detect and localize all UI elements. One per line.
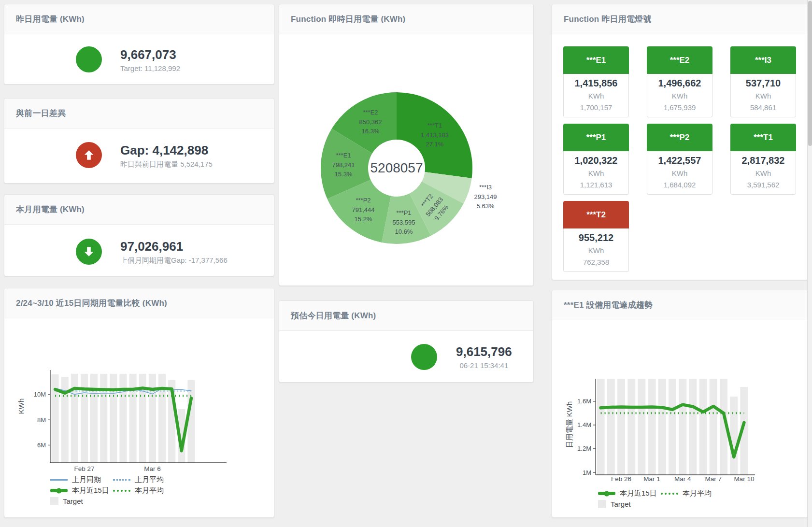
- stat-value: 9,615,796: [456, 344, 512, 359]
- card-15day-compare-chart: 2/24~3/10 近15日同期用電量比較 (KWh) 6M8M10MFeb 2…: [4, 288, 274, 518]
- compare-chart-legend: 上月同期上月平均本月近15日本月平均Target: [50, 475, 164, 507]
- target-bar: [149, 374, 156, 463]
- tile-target: 1,675,939: [647, 102, 712, 113]
- target-bar: [129, 374, 137, 463]
- card-title: Function 昨日用電燈號: [564, 14, 651, 25]
- tile-header: ***P2: [647, 124, 712, 151]
- target-bar: [617, 379, 625, 475]
- target-bar: [730, 397, 738, 475]
- scrollbar-thumb[interactable]: [808, 1, 812, 146]
- tile-body: 2,817,832KWh3,591,562: [730, 151, 796, 195]
- target-bar: [52, 374, 59, 463]
- y-tick-label: 1M: [583, 469, 591, 476]
- tile-body: 1,020,322KWh1,121,613: [563, 151, 629, 195]
- x-tick-label: Mar 4: [674, 475, 691, 483]
- stat-sub: 昨日與前日用電量 5,524,175: [120, 158, 213, 170]
- tile-unit: KWh: [731, 90, 796, 102]
- tile-value: 1,415,856: [564, 77, 628, 90]
- legend-item[interactable]: 上月同期: [50, 475, 113, 484]
- legend-item[interactable]: Target: [50, 497, 113, 505]
- trend-line-chart: 1M1.2M1.4M1.6MFeb 26Mar 1Mar 4Mar 7Mar 1…: [552, 320, 807, 487]
- target-bar: [689, 379, 697, 475]
- tile-header: ***P1: [563, 124, 629, 151]
- arrow-up-icon: [83, 149, 95, 161]
- y-axis-title: 日用電量 KWh: [565, 401, 573, 448]
- arrow-down-circle-icon: [76, 239, 102, 265]
- legend-item[interactable]: 本月近15日: [598, 489, 661, 498]
- legend-item[interactable]: 本月平均: [661, 489, 712, 498]
- tile-header: ***I3: [730, 46, 796, 74]
- target-bar: [648, 379, 656, 475]
- legend-label: Target: [63, 497, 83, 505]
- status-tile-***I3: ***I3537,710KWh584,861: [730, 46, 796, 117]
- x-tick-label: Feb 26: [611, 475, 631, 483]
- target-bar: [679, 379, 686, 475]
- y-tick-label: 1.2M: [577, 445, 591, 452]
- arrow-up-circle-icon: [76, 142, 102, 168]
- tile-unit: KWh: [647, 167, 712, 179]
- trend-chart-legend: 本月近15日本月平均Target: [598, 488, 712, 510]
- tile-target: 1,121,613: [564, 179, 628, 190]
- target-bar: [110, 374, 117, 463]
- tile-unit: KWh: [564, 167, 628, 179]
- stat-value: 97,026,961: [120, 239, 228, 254]
- stat-block: 9,615,796 06-21 15:34:41: [456, 344, 512, 371]
- tile-target: 3,591,562: [731, 179, 796, 190]
- legend-label: 本月近15日: [620, 489, 657, 498]
- legend-item[interactable]: Target: [598, 500, 661, 508]
- target-bar: [710, 379, 717, 475]
- card-realtime-donut: Function 即時日用電量 (KWh) ***T11,413,18327.1…: [279, 4, 534, 286]
- tile-target: 1,684,092: [647, 179, 712, 190]
- legend-label: 本月近15日: [72, 486, 109, 495]
- card-title: 2/24~3/10 近15日同期用電量比較 (KWh): [16, 298, 167, 309]
- status-tile-***E1: ***E11,415,856KWh1,700,157: [563, 46, 629, 117]
- tile-body: 1,422,557KWh1,684,092: [647, 151, 712, 195]
- card-header: Function 即時日用電量 (KWh): [279, 4, 533, 34]
- donut-chart: [279, 34, 532, 285]
- tile-body: 955,212KWh762,358: [563, 228, 629, 272]
- dashboard: 昨日用電量 (KWh) 9,667,073 Target: 11,128,992…: [0, 0, 812, 527]
- tile-target: 762,358: [564, 256, 628, 268]
- target-bar: [638, 379, 645, 475]
- legend-label: 本月平均: [683, 489, 712, 498]
- y-axis-title: KWh: [17, 399, 25, 414]
- card-header: Function 昨日用電燈號: [552, 4, 808, 34]
- donut-center-total: 5208057: [370, 160, 423, 176]
- card-month-usage: 本月用電量 (KWh) 97,026,961 上個月同期用電Gap: -17,3…: [4, 194, 274, 276]
- tile-header: ***T2: [563, 201, 629, 228]
- legend-item[interactable]: 本月平均: [113, 486, 164, 495]
- legend-item[interactable]: 本月近15日: [50, 486, 113, 495]
- tile-body: 537,710KWh584,861: [730, 74, 796, 117]
- tile-unit: KWh: [564, 90, 628, 102]
- target-bar: [658, 379, 666, 475]
- card-day-gap: 與前一日差異 Gap: 4,142,898 昨日與前日用電量 5,524,175: [4, 98, 274, 184]
- card-title: Function 即時日用電量 (KWh): [291, 14, 405, 25]
- tile-unit: KWh: [731, 167, 796, 179]
- card-title: 與前一日差異: [16, 108, 66, 119]
- card-header: 與前一日差異: [4, 99, 274, 128]
- x-tick-label: Mar 7: [705, 475, 722, 483]
- stat-value: 9,667,073: [120, 47, 180, 62]
- tile-header: ***E1: [563, 46, 629, 74]
- target-bar: [669, 379, 676, 475]
- legend-swatch-square: [50, 497, 58, 505]
- card-e1-trend-chart: ***E1 設備用電達成趨勢 1M1.2M1.4M1.6MFeb 26Mar 1…: [552, 290, 808, 518]
- target-bar: [627, 379, 635, 475]
- tile-header: ***E2: [647, 46, 712, 74]
- y-tick-label: 10M: [34, 391, 46, 398]
- status-tiles-grid: ***E11,415,856KWh1,700,157***E21,496,662…: [563, 46, 796, 272]
- card-title: 昨日用電量 (KWh): [16, 14, 85, 25]
- status-tile-***P2: ***P21,422,557KWh1,684,092: [647, 124, 712, 195]
- card-header: 預估今日用電量 (KWh): [279, 301, 533, 331]
- scrollbar[interactable]: [807, 0, 812, 527]
- legend-item[interactable]: 上月平均: [113, 475, 164, 484]
- tile-value: 1,496,662: [647, 77, 712, 90]
- card-title: 預估今日用電量 (KWh): [291, 310, 376, 321]
- card-title: 本月用電量 (KWh): [16, 204, 85, 215]
- legend-label: 上月同期: [72, 475, 101, 484]
- status-tile-***P1: ***P11,020,322KWh1,121,613: [563, 124, 629, 195]
- target-bar: [90, 374, 98, 463]
- status-tile-***T2: ***T2955,212KWh762,358: [563, 201, 629, 272]
- status-tile-***T1: ***T12,817,832KWh3,591,562: [730, 124, 796, 195]
- tile-value: 537,710: [731, 77, 796, 90]
